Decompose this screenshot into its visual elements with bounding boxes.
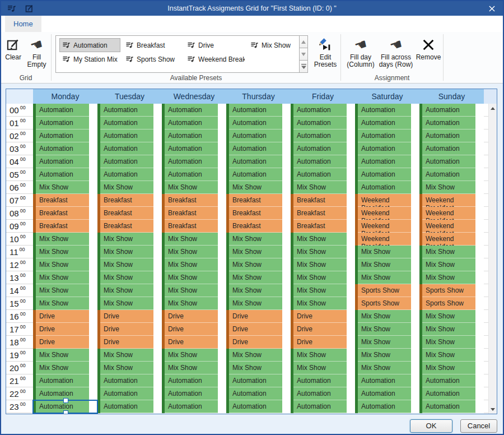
hour-row-header[interactable]: 1300 [6, 271, 33, 284]
gallery-down-icon[interactable] [300, 48, 308, 61]
preset-item[interactable]: Automation [59, 38, 120, 52]
schedule-cell[interactable]: Mix Show [226, 181, 291, 194]
schedule-cell[interactable]: Breakfast [291, 220, 355, 233]
schedule-cell[interactable]: Mix Show [291, 246, 355, 258]
schedule-cell[interactable]: Automation [162, 387, 226, 400]
hour-row-header[interactable]: 0500 [6, 168, 33, 181]
schedule-cell[interactable]: Mix Show [291, 271, 355, 284]
schedule-cell[interactable]: Breakfast [226, 207, 291, 220]
schedule-cell[interactable]: Automation [226, 168, 291, 181]
schedule-cell[interactable]: Automation [355, 374, 419, 387]
schedule-cell[interactable]: Automation [162, 142, 226, 155]
tab-home[interactable]: Home [5, 16, 41, 32]
day-header[interactable]: Tuesday [97, 89, 162, 104]
schedule-cell[interactable]: Breakfast [33, 194, 97, 207]
schedule-cell[interactable]: Automation [226, 104, 291, 117]
schedule-cell[interactable]: Automation [355, 387, 419, 400]
schedule-cell[interactable]: Automation [97, 168, 162, 181]
preset-item[interactable]: Weekend Breakfas [184, 52, 245, 66]
schedule-cell[interactable]: Automation [419, 387, 484, 400]
schedule-cell[interactable]: Breakfast [226, 194, 291, 207]
schedule-cell[interactable]: Mix Show [33, 181, 97, 194]
gallery-dropdown-icon[interactable] [300, 61, 308, 73]
hour-row-header[interactable]: 1100 [6, 246, 33, 258]
schedule-cell[interactable]: Automation [355, 155, 419, 168]
schedule-cell[interactable]: Drive [162, 336, 226, 349]
day-header[interactable]: Thursday [226, 89, 291, 104]
schedule-cell[interactable]: Mix Show [355, 271, 419, 284]
schedule-cell[interactable]: Breakfast [33, 207, 97, 220]
schedule-cell[interactable]: Drive [291, 310, 355, 323]
schedule-cell[interactable]: Mix Show [291, 181, 355, 194]
schedule-cell[interactable]: Breakfast [162, 207, 226, 220]
schedule-cell[interactable]: Drive [291, 336, 355, 349]
preset-item[interactable]: My Station Mix [59, 52, 120, 66]
schedule-cell[interactable]: Mix Show [97, 258, 162, 271]
clear-button[interactable]: Clear [3, 35, 23, 61]
schedule-cell[interactable]: Mix Show [419, 323, 484, 336]
hour-row-header[interactable]: 2200 [6, 387, 33, 400]
schedule-cell[interactable]: Mix Show [291, 258, 355, 271]
schedule-cell[interactable]: Drive [33, 323, 97, 336]
schedule-cell[interactable]: Automation [33, 400, 97, 413]
schedule-cell[interactable]: Mix Show [355, 258, 419, 271]
schedule-cell[interactable]: Mix Show [291, 284, 355, 297]
day-header[interactable]: Sunday [419, 89, 484, 104]
schedule-cell[interactable]: Automation [291, 155, 355, 168]
hour-row-header[interactable]: 2300 [6, 400, 33, 413]
hour-row-header[interactable]: 1400 [6, 284, 33, 297]
schedule-cell[interactable]: Automation [419, 104, 484, 117]
hour-row-header[interactable]: 1200 [6, 258, 33, 271]
schedule-cell[interactable]: Breakfast [162, 194, 226, 207]
day-header[interactable]: Friday [291, 89, 355, 104]
schedule-cell[interactable]: Mix Show [291, 297, 355, 310]
hour-row-header[interactable]: 1700 [6, 323, 33, 336]
schedule-cell[interactable]: Automation [355, 142, 419, 155]
schedule-cell[interactable]: Drive [97, 336, 162, 349]
schedule-cell[interactable]: Mix Show [419, 310, 484, 323]
schedule-cell[interactable]: Automation [291, 168, 355, 181]
fill-across-days-button[interactable]: ☚ Fill across days (Row) [377, 35, 414, 68]
gallery-up-icon[interactable] [300, 35, 308, 48]
schedule-cell[interactable]: Automation [33, 117, 97, 129]
schedule-cell[interactable]: Automation [226, 374, 291, 387]
schedule-cell[interactable]: Sports Show [419, 297, 484, 310]
schedule-cell[interactable]: Breakfast [291, 207, 355, 220]
schedule-cell[interactable]: Mix Show [162, 297, 226, 310]
schedule-cell[interactable]: Mix Show [226, 297, 291, 310]
day-header[interactable]: Monday [33, 89, 97, 104]
schedule-cell[interactable]: Breakfast [162, 220, 226, 233]
schedule-cell[interactable]: Mix Show [226, 271, 291, 284]
schedule-cell[interactable]: Mix Show [33, 362, 97, 374]
schedule-cell[interactable]: Mix Show [419, 336, 484, 349]
schedule-cell[interactable]: Automation [162, 155, 226, 168]
schedule-cell[interactable]: Automation [162, 129, 226, 142]
schedule-cell[interactable]: Automation [355, 117, 419, 129]
schedule-cell[interactable]: Automation [226, 155, 291, 168]
hour-row-header[interactable]: 1800 [6, 336, 33, 349]
schedule-cell[interactable]: Weekend Breakfast [355, 207, 419, 220]
schedule-cell[interactable]: Automation [355, 181, 419, 194]
hour-row-header[interactable]: 0000 [6, 104, 33, 117]
schedule-cell[interactable]: Drive [33, 336, 97, 349]
schedule-cell[interactable]: Breakfast [33, 220, 97, 233]
schedule-cell[interactable]: Breakfast [97, 194, 162, 207]
schedule-cell[interactable]: Mix Show [419, 246, 484, 258]
schedule-cell[interactable]: Automation [291, 387, 355, 400]
schedule-cell[interactable]: Automation [33, 129, 97, 142]
close-icon[interactable] [487, 4, 496, 13]
schedule-cell[interactable]: Mix Show [97, 349, 162, 362]
hour-row-header[interactable]: 0900 [6, 220, 33, 233]
schedule-cell[interactable]: Mix Show [33, 233, 97, 246]
schedule-cell[interactable]: Mix Show [355, 362, 419, 374]
schedule-cell[interactable]: Drive [291, 323, 355, 336]
day-header[interactable]: Wednesday [162, 89, 226, 104]
hour-row-header[interactable]: 1500 [6, 297, 33, 310]
schedule-cell[interactable]: Automation [97, 129, 162, 142]
schedule-cell[interactable]: Automation [33, 142, 97, 155]
cancel-button[interactable]: Cancel [460, 419, 497, 433]
schedule-cell[interactable]: Breakfast [97, 207, 162, 220]
hour-row-header[interactable]: 0700 [6, 194, 33, 207]
schedule-cell[interactable]: Mix Show [33, 284, 97, 297]
schedule-cell[interactable]: Mix Show [291, 233, 355, 246]
